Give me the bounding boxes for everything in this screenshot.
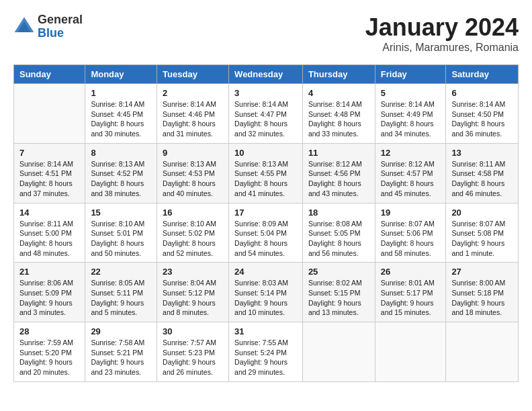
calendar-cell: 4Sunrise: 8:14 AM Sunset: 4:48 PM Daylig…: [302, 84, 375, 144]
calendar-cell: 24Sunrise: 8:03 AM Sunset: 5:14 PM Dayli…: [229, 263, 303, 322]
calendar-week-row: 1Sunrise: 8:14 AM Sunset: 4:45 PM Daylig…: [14, 84, 519, 144]
day-info: Sunrise: 8:11 AM Sunset: 4:58 PM Dayligh…: [451, 159, 513, 199]
day-number: 31: [234, 326, 297, 336]
calendar-cell: 21Sunrise: 8:06 AM Sunset: 5:09 PM Dayli…: [14, 263, 85, 322]
day-info: Sunrise: 8:05 AM Sunset: 5:11 PM Dayligh…: [91, 278, 151, 318]
calendar-cell: 20Sunrise: 8:07 AM Sunset: 5:08 PM Dayli…: [446, 203, 519, 263]
day-info: Sunrise: 8:14 AM Sunset: 4:49 PM Dayligh…: [381, 99, 441, 139]
day-number: 5: [381, 88, 441, 98]
calendar-cell: 15Sunrise: 8:10 AM Sunset: 5:01 PM Dayli…: [85, 203, 157, 263]
weekday-header: Tuesday: [157, 65, 229, 84]
weekday-header: Thursday: [302, 65, 375, 84]
day-number: 17: [234, 208, 297, 218]
day-info: Sunrise: 7:57 AM Sunset: 5:23 PM Dayligh…: [163, 338, 223, 377]
calendar-cell: 7Sunrise: 8:14 AM Sunset: 4:51 PM Daylig…: [14, 143, 85, 203]
day-number: 26: [381, 267, 441, 277]
day-number: 19: [381, 208, 441, 218]
day-number: 16: [163, 208, 223, 218]
day-info: Sunrise: 8:14 AM Sunset: 4:48 PM Dayligh…: [308, 99, 369, 139]
calendar-cell: 13Sunrise: 8:11 AM Sunset: 4:58 PM Dayli…: [446, 143, 519, 203]
title-block: January 2024 Arinis, Maramures, Romania: [365, 13, 519, 54]
day-number: 25: [308, 267, 369, 277]
calendar-cell: 2Sunrise: 8:14 AM Sunset: 4:46 PM Daylig…: [157, 84, 229, 144]
day-info: Sunrise: 8:13 AM Sunset: 4:52 PM Dayligh…: [91, 159, 151, 199]
calendar-week-row: 21Sunrise: 8:06 AM Sunset: 5:09 PM Dayli…: [14, 263, 519, 322]
calendar-cell: 28Sunrise: 7:59 AM Sunset: 5:20 PM Dayli…: [14, 322, 85, 382]
day-info: Sunrise: 8:14 AM Sunset: 4:46 PM Dayligh…: [163, 99, 223, 139]
day-number: 15: [91, 208, 151, 218]
calendar-cell: [375, 322, 446, 382]
calendar-cell: [14, 84, 85, 144]
day-number: 27: [451, 267, 513, 277]
calendar-cell: 3Sunrise: 8:14 AM Sunset: 4:47 PM Daylig…: [229, 84, 303, 144]
day-info: Sunrise: 8:03 AM Sunset: 5:14 PM Dayligh…: [234, 278, 297, 318]
logo-icon: [13, 16, 35, 38]
calendar-cell: 12Sunrise: 8:12 AM Sunset: 4:57 PM Dayli…: [375, 143, 446, 203]
day-number: 18: [308, 208, 369, 218]
calendar-cell: 1Sunrise: 8:14 AM Sunset: 4:45 PM Daylig…: [85, 84, 157, 144]
day-number: 20: [451, 208, 513, 218]
day-info: Sunrise: 8:12 AM Sunset: 4:57 PM Dayligh…: [381, 159, 441, 199]
day-number: 23: [163, 267, 223, 277]
day-info: Sunrise: 8:14 AM Sunset: 4:51 PM Dayligh…: [19, 159, 79, 199]
day-info: Sunrise: 8:14 AM Sunset: 4:45 PM Dayligh…: [91, 99, 151, 139]
day-number: 1: [91, 88, 151, 98]
day-number: 28: [19, 326, 79, 336]
location-text: Arinis, Maramures, Romania: [365, 42, 519, 54]
weekday-header: Saturday: [446, 65, 519, 84]
calendar-cell: 11Sunrise: 8:12 AM Sunset: 4:56 PM Dayli…: [302, 143, 375, 203]
weekday-header: Monday: [85, 65, 157, 84]
day-info: Sunrise: 8:06 AM Sunset: 5:09 PM Dayligh…: [19, 278, 79, 318]
day-info: Sunrise: 8:12 AM Sunset: 4:56 PM Dayligh…: [308, 159, 369, 199]
weekday-header: Friday: [375, 65, 446, 84]
calendar-header-row: SundayMondayTuesdayWednesdayThursdayFrid…: [14, 65, 519, 84]
calendar-cell: 26Sunrise: 8:01 AM Sunset: 5:17 PM Dayli…: [375, 263, 446, 322]
calendar-cell: 30Sunrise: 7:57 AM Sunset: 5:23 PM Dayli…: [157, 322, 229, 382]
calendar-cell: 18Sunrise: 8:08 AM Sunset: 5:05 PM Dayli…: [302, 203, 375, 263]
day-number: 22: [91, 267, 151, 277]
calendar-cell: [446, 322, 519, 382]
calendar-table: SundayMondayTuesdayWednesdayThursdayFrid…: [13, 64, 519, 382]
day-number: 3: [234, 88, 297, 98]
calendar-cell: 31Sunrise: 7:55 AM Sunset: 5:24 PM Dayli…: [229, 322, 303, 382]
calendar-cell: 5Sunrise: 8:14 AM Sunset: 4:49 PM Daylig…: [375, 84, 446, 144]
day-info: Sunrise: 8:04 AM Sunset: 5:12 PM Dayligh…: [163, 278, 223, 318]
day-number: 2: [163, 88, 223, 98]
calendar-cell: 17Sunrise: 8:09 AM Sunset: 5:04 PM Dayli…: [229, 203, 303, 263]
day-info: Sunrise: 7:59 AM Sunset: 5:20 PM Dayligh…: [19, 338, 79, 377]
day-number: 11: [308, 148, 369, 158]
weekday-header: Sunday: [14, 65, 85, 84]
calendar-cell: [302, 322, 375, 382]
logo: General Blue: [13, 13, 83, 40]
day-info: Sunrise: 7:58 AM Sunset: 5:21 PM Dayligh…: [91, 338, 151, 377]
day-info: Sunrise: 8:13 AM Sunset: 4:55 PM Dayligh…: [234, 159, 297, 199]
day-number: 24: [234, 267, 297, 277]
day-info: Sunrise: 8:01 AM Sunset: 5:17 PM Dayligh…: [381, 278, 441, 318]
calendar-cell: 10Sunrise: 8:13 AM Sunset: 4:55 PM Dayli…: [229, 143, 303, 203]
calendar-week-row: 28Sunrise: 7:59 AM Sunset: 5:20 PM Dayli…: [14, 322, 519, 382]
calendar-cell: 19Sunrise: 8:07 AM Sunset: 5:06 PM Dayli…: [375, 203, 446, 263]
calendar-cell: 6Sunrise: 8:14 AM Sunset: 4:50 PM Daylig…: [446, 84, 519, 144]
day-info: Sunrise: 8:11 AM Sunset: 5:00 PM Dayligh…: [19, 219, 79, 259]
calendar-cell: 14Sunrise: 8:11 AM Sunset: 5:00 PM Dayli…: [14, 203, 85, 263]
calendar-cell: 29Sunrise: 7:58 AM Sunset: 5:21 PM Dayli…: [85, 322, 157, 382]
day-number: 12: [381, 148, 441, 158]
calendar-cell: 9Sunrise: 8:13 AM Sunset: 4:53 PM Daylig…: [157, 143, 229, 203]
day-info: Sunrise: 8:09 AM Sunset: 5:04 PM Dayligh…: [234, 219, 297, 259]
calendar-week-row: 14Sunrise: 8:11 AM Sunset: 5:00 PM Dayli…: [14, 203, 519, 263]
day-number: 10: [234, 148, 297, 158]
day-info: Sunrise: 8:08 AM Sunset: 5:05 PM Dayligh…: [308, 219, 369, 259]
day-number: 29: [91, 326, 151, 336]
calendar-cell: 25Sunrise: 8:02 AM Sunset: 5:15 PM Dayli…: [302, 263, 375, 322]
calendar-cell: 8Sunrise: 8:13 AM Sunset: 4:52 PM Daylig…: [85, 143, 157, 203]
calendar-cell: 16Sunrise: 8:10 AM Sunset: 5:02 PM Dayli…: [157, 203, 229, 263]
day-info: Sunrise: 7:55 AM Sunset: 5:24 PM Dayligh…: [234, 338, 297, 377]
calendar-cell: 27Sunrise: 8:00 AM Sunset: 5:18 PM Dayli…: [446, 263, 519, 322]
calendar-week-row: 7Sunrise: 8:14 AM Sunset: 4:51 PM Daylig…: [14, 143, 519, 203]
logo-blue-text: Blue: [38, 27, 83, 40]
month-title: January 2024: [365, 13, 519, 42]
day-number: 4: [308, 88, 369, 98]
day-number: 21: [19, 267, 79, 277]
day-number: 8: [91, 148, 151, 158]
day-number: 7: [19, 148, 79, 158]
